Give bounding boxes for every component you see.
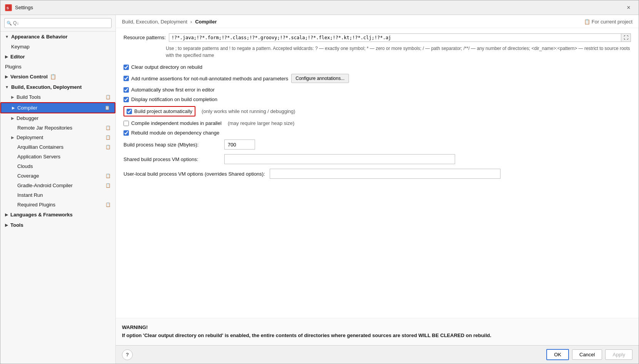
add-runtime-text: Add runtime assertions for not-null-anno… xyxy=(131,76,288,81)
clear-output-text: Clear output directory on rebuild xyxy=(131,64,202,70)
chevron-right-icon: ▶ xyxy=(11,116,14,120)
sidebar-item-app-servers[interactable]: Application Servers xyxy=(0,152,115,161)
build-automatically-checkbox[interactable] xyxy=(127,109,132,114)
rebuild-dependency-label[interactable]: Rebuild module on dependency change xyxy=(123,130,219,136)
sidebar-item-label: Required Plugins xyxy=(17,202,55,208)
add-runtime-checkbox[interactable] xyxy=(123,76,129,81)
sidebar-item-editor[interactable]: ▶ Editor xyxy=(0,52,115,62)
sidebar-item-label: Remote Jar Repositories xyxy=(17,125,72,131)
display-notification-checkbox[interactable] xyxy=(123,97,129,102)
warning-box: WARNING! If option 'Clear output directo… xyxy=(116,318,639,345)
option-compile-parallel: Compile independent modules in parallel … xyxy=(123,120,631,126)
ok-button[interactable]: OK xyxy=(546,349,569,360)
sidebar-item-compiler[interactable]: ▶ Compiler 📋 xyxy=(0,102,115,113)
sidebar-item-label: Tools xyxy=(10,222,23,228)
search-icon: 🔍 xyxy=(7,21,12,26)
sidebar-item-plugins[interactable]: Plugins xyxy=(0,62,115,71)
build-automatically-text: Build project automatically xyxy=(134,108,192,114)
auto-show-error-text: Automatically show first error in editor xyxy=(131,87,215,93)
sidebar-item-arquillian[interactable]: Arquillian Containers 📋 xyxy=(0,142,115,152)
breadcrumb-separator: › xyxy=(190,19,192,25)
compile-parallel-note: (may require larger heap size) xyxy=(228,120,294,126)
sidebar-item-keymap[interactable]: Keymap xyxy=(0,42,115,52)
compile-parallel-label[interactable]: Compile independent modules in parallel xyxy=(123,120,222,126)
settings-window: S Settings × 🔍 ▼ Appearance & Behavior K… xyxy=(0,0,639,364)
sidebar-item-build-execution[interactable]: ▼ Build, Execution, Deployment xyxy=(0,82,115,92)
warning-body: If option 'Clear output directory on reb… xyxy=(122,332,491,338)
copy-icon: 📋 xyxy=(105,125,111,130)
resource-patterns-row: Resource patterns: ⛶ xyxy=(123,33,631,42)
auto-show-error-label[interactable]: Automatically show first error in editor xyxy=(123,87,215,93)
chevron-down-icon: ▼ xyxy=(5,85,9,89)
copy-icon: 📋 xyxy=(105,183,111,188)
content-panel: Build, Execution, Deployment › Compiler … xyxy=(116,15,639,364)
resource-patterns-input[interactable] xyxy=(169,34,621,42)
field-heap-size: Build process heap size (Mbytes): xyxy=(123,140,631,150)
sidebar-item-label: Gradle-Android Compiler xyxy=(17,183,73,188)
fields-section: Build process heap size (Mbytes): Shared… xyxy=(123,140,631,179)
cancel-button[interactable]: Cancel xyxy=(572,349,602,360)
sidebar-item-deployment[interactable]: ▶ Deployment 📋 xyxy=(0,133,115,142)
heap-size-input[interactable] xyxy=(224,140,255,150)
project-link[interactable]: 📋 For current project xyxy=(584,19,632,25)
option-display-notification: Display notification on build completion xyxy=(123,96,631,102)
chevron-right-icon: ▶ xyxy=(11,95,14,99)
sidebar-item-label: Plugins xyxy=(5,64,22,70)
close-button[interactable]: × xyxy=(623,2,634,13)
help-text: Use ; to separate patterns and ! to nega… xyxy=(166,45,631,59)
shared-vm-input[interactable] xyxy=(224,154,455,164)
options-section: Clear output directory on rebuild Add ru… xyxy=(123,64,631,136)
sidebar-item-languages[interactable]: ▶ Languages & Frameworks xyxy=(0,209,115,220)
sidebar-item-label: Version Control xyxy=(10,74,48,80)
sidebar-item-clouds[interactable]: Clouds xyxy=(0,161,115,171)
sidebar-item-label: Languages & Frameworks xyxy=(10,212,73,218)
build-automatically-label[interactable]: Build project automatically xyxy=(127,108,192,114)
rebuild-dependency-checkbox[interactable] xyxy=(123,130,129,136)
sidebar-item-gradle-android[interactable]: Gradle-Android Compiler 📋 xyxy=(0,181,115,190)
help-button[interactable]: ? xyxy=(122,349,133,360)
user-local-vm-label: User-local build process VM options (ove… xyxy=(123,171,265,177)
sidebar-item-debugger[interactable]: ▶ Debugger xyxy=(0,113,115,123)
user-local-vm-input[interactable] xyxy=(270,169,501,179)
sidebar-item-label: Compiler xyxy=(17,105,37,111)
configure-annotations-btn[interactable]: Configure annotations... xyxy=(291,74,349,83)
display-notification-label[interactable]: Display notification on build completion xyxy=(123,96,217,102)
sidebar-item-required-plugins[interactable]: Required Plugins 📋 xyxy=(0,200,115,209)
sidebar-item-build-tools[interactable]: ▶ Build Tools 📋 xyxy=(0,92,115,102)
sidebar-item-appearance[interactable]: ▼ Appearance & Behavior xyxy=(0,32,115,42)
sidebar-item-remote-jar[interactable]: Remote Jar Repositories 📋 xyxy=(0,123,115,133)
sidebar-item-tools[interactable]: ▶ Tools xyxy=(0,220,115,230)
chevron-right-icon: ▶ xyxy=(11,135,14,140)
search-input[interactable] xyxy=(4,18,112,28)
sidebar-item-label: Build, Execution, Deployment xyxy=(11,84,82,90)
sidebar-item-label: Appearance & Behavior xyxy=(11,34,68,40)
copy-icon: 📋 xyxy=(105,173,111,178)
clear-output-checkbox[interactable] xyxy=(123,65,129,70)
copy-icon: 📋 xyxy=(50,74,56,80)
sidebar-item-label: Debugger xyxy=(17,115,38,121)
add-runtime-label[interactable]: Add runtime assertions for not-null-anno… xyxy=(123,76,288,81)
clear-output-label[interactable]: Clear output directory on rebuild xyxy=(123,64,202,70)
chevron-right-icon: ▶ xyxy=(5,223,8,227)
sidebar-item-instant-run[interactable]: Instant Run xyxy=(0,190,115,200)
sidebar-item-coverage[interactable]: Coverage 📋 xyxy=(0,171,115,181)
apply-button[interactable]: Apply xyxy=(605,349,632,360)
shared-vm-label: Shared build process VM options: xyxy=(123,156,220,162)
build-automatically-note: (only works while not running / debuggin… xyxy=(202,108,295,114)
content-area: Resource patterns: ⛶ Use ; to separate p… xyxy=(116,28,639,318)
main-layout: 🔍 ▼ Appearance & Behavior Keymap ▶ Edito… xyxy=(0,15,639,364)
sidebar-item-label: Keymap xyxy=(11,44,30,50)
field-shared-vm: Shared build process VM options: xyxy=(123,154,631,164)
search-box: 🔍 xyxy=(0,15,115,32)
breadcrumb-parent: Build, Execution, Deployment xyxy=(122,19,187,25)
copy-icon: 📋 xyxy=(105,105,110,110)
compile-parallel-checkbox[interactable] xyxy=(123,121,129,126)
search-wrapper: 🔍 xyxy=(4,18,112,28)
window-title: Settings xyxy=(15,5,623,10)
heap-size-label: Build process heap size (Mbytes): xyxy=(123,142,220,148)
resource-patterns-expand-btn[interactable]: ⛶ xyxy=(621,34,631,42)
auto-show-error-checkbox[interactable] xyxy=(123,87,129,93)
copy-icon: 📋 xyxy=(105,145,111,150)
chevron-down-icon: ▼ xyxy=(5,35,9,39)
sidebar-item-version-control[interactable]: ▶ Version Control 📋 xyxy=(0,71,115,82)
